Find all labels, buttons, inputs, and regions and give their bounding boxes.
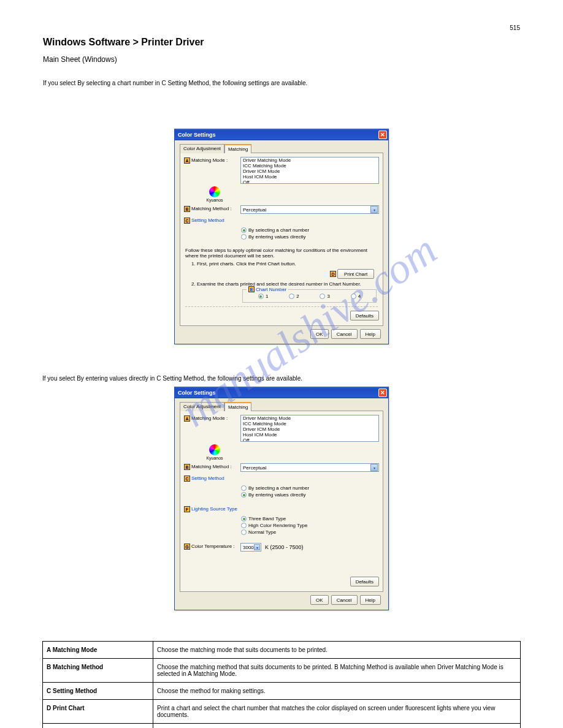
help-button[interactable]: Help xyxy=(360,595,381,605)
instruction-text: Follow these steps to apply optimal colo… xyxy=(185,248,378,259)
radio-icon xyxy=(258,294,264,299)
letter-f-icon: F xyxy=(184,506,190,512)
table-value: Choose the matching mode that suits docu… xyxy=(153,642,521,659)
tab-color-adjustment[interactable]: Color Adjustment xyxy=(180,144,224,153)
matching-mode-list[interactable]: Driver Matching Mode ICC Matching Mode D… xyxy=(240,415,379,442)
kyuanos-label: Kyuanos xyxy=(191,456,238,460)
letter-b-icon: B xyxy=(184,206,190,212)
chevron-down-icon[interactable]: ▾ xyxy=(370,206,378,213)
table-key: B Matching Method xyxy=(43,659,153,683)
chevron-down-icon[interactable]: ▾ xyxy=(254,544,260,550)
table-value: Print a chart and select the chart numbe… xyxy=(153,700,521,724)
dialog-title: Color Settings xyxy=(178,390,216,396)
table-row: A Matching ModeChoose the matching mode … xyxy=(43,642,521,659)
list-item[interactable]: Off xyxy=(241,438,378,442)
letter-g-icon: G xyxy=(184,544,190,550)
radio-icon xyxy=(320,294,325,299)
divider xyxy=(185,306,378,307)
cancel-button[interactable]: Cancel xyxy=(331,329,358,339)
chevron-down-icon[interactable]: ▾ xyxy=(370,464,378,471)
chart-number-label: Chart Number xyxy=(256,287,286,292)
middle-text: If you select By entering values directl… xyxy=(42,375,521,382)
defaults-button[interactable]: Defaults xyxy=(350,311,379,320)
list-item[interactable]: Host ICM Mode xyxy=(241,174,378,180)
matching-method-select[interactable]: Perceptual ▾ xyxy=(240,205,379,214)
radio-chart-number[interactable]: By selecting a chart number xyxy=(241,227,372,233)
defaults-button[interactable]: Defaults xyxy=(350,577,379,586)
matching-mode-list[interactable]: Driver Matching Mode ICC Matching Mode D… xyxy=(240,157,379,184)
table-value: Choose a chart number. You can search fo… xyxy=(153,724,521,729)
kyuanos-label: Kyuanos xyxy=(191,198,238,202)
letter-a-icon: A xyxy=(184,415,190,422)
tab-matching[interactable]: Matching xyxy=(224,402,251,411)
radio-icon xyxy=(241,492,247,498)
radio-three-band[interactable]: Three Band Type xyxy=(241,515,372,522)
list-item[interactable]: Driver Matching Mode xyxy=(241,157,378,163)
select-value: Perceptual xyxy=(243,465,266,471)
letter-e-icon: E xyxy=(248,286,255,292)
radio-enter-values[interactable]: By entering values directly xyxy=(241,491,372,498)
radio-chart-number[interactable]: By selecting a chart number xyxy=(241,485,372,491)
close-icon[interactable]: ✕ xyxy=(378,389,387,397)
letter-c-icon: C xyxy=(184,218,190,224)
list-item[interactable]: Driver Matching Mode xyxy=(241,415,378,421)
table-row: C Setting MethodChoose the method for ma… xyxy=(43,683,521,700)
color-wheel-icon xyxy=(209,186,220,197)
titlebar: Color Settings ✕ xyxy=(175,387,388,398)
list-item[interactable]: Driver ICM Mode xyxy=(241,169,378,174)
radio-icon xyxy=(241,516,247,521)
table-row: B Matching MethodChoose the matching met… xyxy=(43,659,521,683)
matching-mode-label: Matching Mode : xyxy=(191,157,228,163)
radio-label: 1 xyxy=(266,294,268,299)
radio-label: High Color Rendering Type xyxy=(248,523,307,528)
radio-chart-4[interactable]: 4 xyxy=(351,293,361,300)
tab-matching[interactable]: Matching xyxy=(224,144,251,153)
ok-button[interactable]: OK xyxy=(310,595,329,605)
color-settings-dialog-2: Color Settings ✕ Color Adjustment Matchi… xyxy=(174,387,389,610)
radio-normal[interactable]: Normal Type xyxy=(241,529,372,536)
color-temp-label: Color Temperature : xyxy=(191,544,235,549)
radio-label: Three Band Type xyxy=(248,516,286,521)
ok-button[interactable]: OK xyxy=(310,329,329,339)
radio-chart-2[interactable]: 2 xyxy=(289,293,299,300)
list-item[interactable]: ICC Matching Mode xyxy=(241,421,378,427)
parameters-table: A Matching ModeChoose the matching mode … xyxy=(42,641,521,728)
table-key: E Chart Number xyxy=(43,724,153,729)
temp-value: 3000 xyxy=(243,545,254,550)
help-button[interactable]: Help xyxy=(360,329,381,339)
radio-chart-1[interactable]: 1 xyxy=(258,293,268,300)
radio-label: By entering values directly xyxy=(248,234,305,240)
list-item[interactable]: Host ICM Mode xyxy=(241,432,378,438)
radio-icon xyxy=(351,294,356,299)
table-row: E Chart NumberChoose a chart number. You… xyxy=(43,724,521,729)
list-item[interactable]: ICC Matching Mode xyxy=(241,163,378,169)
lighting-source-label: Lighting Source Type xyxy=(191,506,237,512)
table-key: D Print Chart xyxy=(43,700,153,724)
radio-enter-values[interactable]: By entering values directly xyxy=(241,233,372,240)
setting-method-label: Setting Method xyxy=(191,218,224,223)
list-item[interactable]: Off xyxy=(241,180,378,184)
radio-label: By selecting a chart number xyxy=(248,485,309,491)
section-heading: Main Sheet (Windows) xyxy=(43,55,117,64)
tab-color-adjustment[interactable]: Color Adjustment xyxy=(180,402,224,411)
chart-number-group: EChart Number 1 2 3 4 xyxy=(242,289,377,303)
letter-c-icon: C xyxy=(184,476,190,482)
radio-icon xyxy=(241,523,247,528)
radio-high-color[interactable]: High Color Rendering Type xyxy=(241,522,372,529)
letter-b-icon: B xyxy=(184,464,190,470)
matching-method-select[interactable]: Perceptual ▾ xyxy=(240,463,379,472)
chapter-heading: Windows Software > Printer Driver xyxy=(43,37,204,48)
matching-method-label: Matching Method : xyxy=(191,464,232,469)
radio-icon xyxy=(241,529,247,535)
radio-icon xyxy=(241,234,247,240)
letter-a-icon: A xyxy=(184,157,190,164)
color-temp-field[interactable]: 3000 ▾ xyxy=(240,543,261,552)
radio-chart-3[interactable]: 3 xyxy=(320,293,329,300)
cancel-button[interactable]: Cancel xyxy=(331,595,358,605)
letter-d-icon: D xyxy=(330,271,336,277)
intro-text: If you select By selecting a chart numbe… xyxy=(43,80,521,86)
page-number: 515 xyxy=(510,25,520,31)
close-icon[interactable]: ✕ xyxy=(378,131,387,139)
print-chart-button[interactable]: Print Chart xyxy=(337,269,374,279)
list-item[interactable]: Driver ICM Mode xyxy=(241,427,378,432)
